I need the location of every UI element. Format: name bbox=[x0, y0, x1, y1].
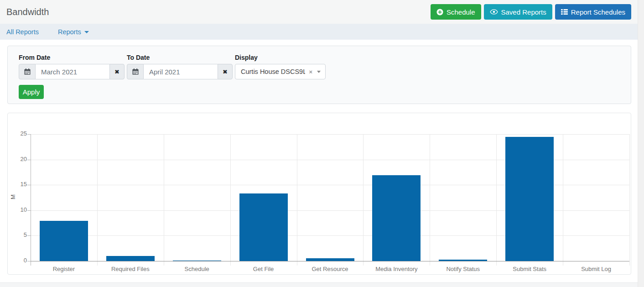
saved-reports-button[interactable]: Saved Reports bbox=[484, 4, 552, 20]
report-schedules-button[interactable]: Report Schedules bbox=[555, 4, 631, 20]
y-axis-tick-label: 5 bbox=[11, 231, 27, 238]
close-icon: ✖ bbox=[223, 68, 228, 75]
chart-bar bbox=[239, 193, 288, 261]
header-buttons: Schedule Saved Reports Report Schedules bbox=[431, 4, 631, 20]
display-select[interactable]: Curtis House DSCS9L × bbox=[235, 64, 326, 79]
gridline bbox=[363, 134, 364, 266]
y-axis-tick-label: 10 bbox=[11, 206, 27, 213]
x-axis-category-label: Schedule bbox=[164, 266, 230, 272]
filter-panel: From Date ✖ To Date ✖ Display C bbox=[7, 46, 631, 104]
clear-to-date-button[interactable]: ✖ bbox=[218, 64, 233, 79]
y-axis-tick-label: 15 bbox=[11, 181, 27, 188]
vertical-scrollbar[interactable] bbox=[638, 0, 644, 287]
chevron-down-icon bbox=[317, 71, 321, 73]
page-header: Bandwidth Schedule Saved Reports Report … bbox=[0, 0, 638, 24]
bar-chart: 0510152025RegisterRequired FilesSchedule… bbox=[8, 113, 631, 274]
nav-all-reports[interactable]: All Reports bbox=[6, 28, 39, 36]
eye-icon bbox=[490, 9, 498, 15]
x-axis-category-label: Notify Status bbox=[430, 266, 496, 272]
chart-bar bbox=[106, 256, 155, 261]
x-axis-line bbox=[31, 261, 629, 261]
display-selected-value: Curtis House DSCS9L bbox=[241, 68, 305, 75]
x-axis-category-label: Media Inventory bbox=[363, 266, 430, 272]
y-axis-line bbox=[31, 134, 31, 266]
list-icon bbox=[561, 9, 568, 15]
chart-bar bbox=[40, 221, 88, 261]
nav-all-reports-label: All Reports bbox=[6, 28, 39, 36]
y-axis-tick-label: 20 bbox=[11, 156, 27, 162]
gridline bbox=[496, 134, 497, 266]
x-axis-category-label: Get File bbox=[230, 266, 297, 272]
close-icon: ✖ bbox=[114, 68, 119, 75]
from-date-label: From Date bbox=[19, 54, 125, 61]
axis-tick bbox=[27, 235, 31, 236]
chart-bar bbox=[173, 261, 221, 261]
to-date-label: To Date bbox=[127, 54, 233, 61]
chart-bar bbox=[306, 258, 354, 261]
gridline bbox=[430, 134, 430, 266]
x-axis-category-label: Register bbox=[31, 266, 97, 272]
navbar: All Reports Reports bbox=[0, 24, 638, 40]
chart-bar bbox=[505, 137, 554, 261]
axis-tick bbox=[27, 185, 31, 185]
display-label: Display bbox=[235, 54, 326, 61]
axis-tick bbox=[27, 134, 31, 135]
report-schedules-button-label: Report Schedules bbox=[571, 8, 625, 16]
saved-reports-button-label: Saved Reports bbox=[501, 8, 546, 16]
x-axis-category-label: Submit Log bbox=[563, 266, 629, 272]
x-axis-category-label: Submit Stats bbox=[496, 266, 563, 272]
y-axis-title: M bbox=[10, 194, 16, 199]
chart-panel: 0510152025RegisterRequired FilesSchedule… bbox=[7, 113, 631, 275]
apply-button[interactable]: Apply bbox=[19, 85, 44, 99]
axis-tick bbox=[27, 261, 31, 261]
to-date-field: To Date ✖ bbox=[127, 54, 233, 79]
y-axis-tick-label: 25 bbox=[11, 130, 27, 137]
display-field: Display Curtis House DSCS9L × bbox=[235, 54, 326, 79]
page-footer bbox=[0, 282, 638, 287]
from-date-input[interactable] bbox=[36, 64, 109, 79]
page-title: Bandwidth bbox=[6, 7, 49, 17]
gridline bbox=[164, 134, 164, 266]
x-axis-category-label: Get Resource bbox=[297, 266, 364, 272]
gridline bbox=[97, 134, 98, 266]
to-date-input[interactable] bbox=[144, 64, 218, 79]
axis-tick bbox=[27, 160, 31, 160]
plus-circle-icon bbox=[436, 9, 443, 16]
y-axis-tick-label: 0 bbox=[11, 257, 27, 264]
chart-bar bbox=[439, 260, 487, 261]
gridline bbox=[563, 134, 563, 266]
clear-from-date-button[interactable]: ✖ bbox=[109, 64, 125, 79]
remove-selection-icon[interactable]: × bbox=[309, 68, 312, 75]
chart-bar bbox=[372, 175, 421, 261]
calendar-icon[interactable] bbox=[127, 64, 144, 79]
gridline bbox=[31, 134, 629, 135]
nav-reports-dropdown[interactable]: Reports bbox=[58, 28, 89, 36]
gridline bbox=[297, 134, 297, 266]
from-date-field: From Date ✖ bbox=[19, 54, 125, 79]
schedule-button[interactable]: Schedule bbox=[431, 4, 481, 20]
x-axis-category-label: Required Files bbox=[97, 266, 164, 272]
chevron-down-icon bbox=[84, 31, 89, 33]
axis-tick bbox=[27, 210, 31, 211]
gridline bbox=[230, 134, 231, 266]
schedule-button-label: Schedule bbox=[447, 8, 475, 16]
nav-reports-label: Reports bbox=[58, 28, 81, 36]
calendar-icon[interactable] bbox=[19, 64, 36, 79]
gridline bbox=[629, 134, 630, 266]
